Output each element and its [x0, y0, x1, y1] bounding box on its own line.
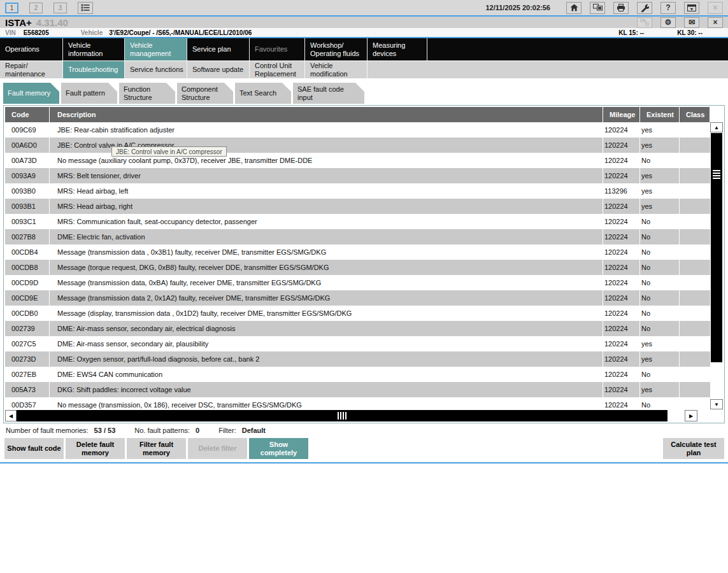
app-title: ISTA+	[5, 17, 32, 28]
table-row[interactable]: 0093B1 MRS: Head airbag, right 120224 ye…	[5, 199, 710, 214]
column-header-class[interactable]: Class	[680, 107, 710, 122]
scroll-down-button[interactable]: ▼	[710, 399, 723, 409]
primary-nav-item[interactable]: Service plan	[187, 38, 250, 60]
table-row[interactable]: 00CDB4 Message (transmission data , 0x3B…	[5, 244, 710, 260]
secondary-nav-item[interactable]: Troubleshooting	[63, 61, 125, 78]
fault-existent-cell: yes	[640, 351, 680, 367]
secondary-nav-label: Repair/ maintenance	[5, 62, 45, 78]
messages-button[interactable]: ✉	[684, 17, 699, 28]
table-row[interactable]: 005A73 DKG: Shift paddles: incorrect vol…	[5, 382, 710, 397]
action-button[interactable]: Delete fault memory	[66, 438, 125, 459]
calculate-test-plan-button[interactable]: Calculate test plan	[663, 438, 724, 459]
status-value: 0	[196, 427, 199, 434]
table-row[interactable]: 00CDB8 Message (torque request, DKG, 0xB…	[5, 260, 710, 275]
table-row[interactable]: 00CD9E Message (transmission data 2, 0x1…	[5, 290, 710, 306]
table-row[interactable]: 0027EB DME: EWS4 CAN communication 12022…	[5, 367, 710, 382]
fault-class-cell	[680, 122, 710, 138]
fault-tab[interactable]: SAE fault code input	[293, 83, 364, 104]
horizontal-scrollbar-track[interactable]	[667, 410, 685, 421]
help-button[interactable]: ?	[660, 2, 676, 14]
home-button[interactable]	[566, 2, 582, 14]
primary-nav-item[interactable]: Measuring devices	[368, 38, 427, 60]
app-version: 4.31.40	[36, 17, 68, 28]
vin-label: VIN	[5, 29, 16, 36]
secondary-nav-item[interactable]: Software update	[187, 61, 250, 78]
table-row[interactable]: 0093A9 MRS: Belt tensioner, driver 12022…	[5, 168, 710, 183]
arrow-right-icon: ▶	[689, 413, 693, 419]
primary-nav-item[interactable]: Vehicle information	[63, 38, 125, 60]
primary-nav-item[interactable]: Operations	[0, 38, 63, 60]
table-row[interactable]: 00CD9D Message (transmission data, 0xBA)…	[5, 275, 710, 290]
settings-button[interactable]: ⚙	[660, 17, 676, 28]
fault-mileage-cell: 120224	[603, 153, 640, 168]
status-item: No. fault patterns: 0	[134, 427, 199, 434]
fault-code-cell: 00A73D	[5, 153, 50, 168]
secondary-nav-label: Software update	[192, 66, 243, 74]
minimize-window-button[interactable]	[684, 2, 699, 14]
fault-tab[interactable]: Fault memory	[3, 83, 59, 104]
fault-mileage-cell: 120224	[603, 306, 640, 321]
scroll-right-button[interactable]: ▶	[685, 410, 697, 421]
scroll-up-button[interactable]: ▲	[710, 122, 723, 132]
secondary-nav-item[interactable]: Control Unit Replacement	[250, 61, 305, 78]
fault-class-cell	[680, 229, 710, 244]
table-row[interactable]: 0093C1 MRS: Communication fault, seat-oc…	[5, 214, 710, 229]
secondary-nav: Repair/ maintenance Troubleshooting Serv…	[0, 61, 728, 78]
connection-icon	[640, 18, 649, 26]
primary-nav-item[interactable]: Vehicle management	[125, 38, 187, 60]
action-button[interactable]: Filter fault memory	[127, 438, 186, 459]
secondary-nav-item[interactable]: Vehicle modification	[305, 61, 368, 78]
column-header-mileage[interactable]: Mileage	[603, 107, 640, 122]
fault-tab[interactable]: Fault pattern	[61, 83, 117, 104]
connection-manager-button[interactable]	[590, 2, 605, 14]
table-row[interactable]: 0027C5 DME: Air-mass sensor, secondary a…	[5, 336, 710, 351]
status-bar: Number of fault memories: 53 / 53 No. fa…	[6, 426, 728, 435]
vertical-scrollbar: ▲ ▼	[710, 122, 723, 409]
workflow-tab-label: 1	[10, 4, 14, 11]
table-row[interactable]: 00CDB0 Message (display, transmission da…	[5, 306, 710, 321]
fault-existent-cell: No	[640, 244, 680, 260]
bottom-divider-line	[0, 462, 728, 463]
fault-description-cell: MRS: Head airbag, left	[50, 183, 603, 199]
workflow-tab-button[interactable]: 3	[54, 3, 67, 13]
fault-tab[interactable]: Text Search	[235, 83, 291, 104]
column-header-existent[interactable]: Existent	[640, 107, 680, 122]
fault-tab-label: Component Structure	[182, 85, 218, 102]
table-row[interactable]: 009C69 JBE: Rear-cabin stratification ad…	[5, 122, 710, 138]
fault-class-cell	[680, 397, 710, 409]
workflow-tab-button[interactable]: 2	[29, 3, 43, 13]
table-row[interactable]: 00D357 No message (transmission, 0x 186)…	[5, 397, 710, 409]
primary-nav-item[interactable]: Workshop/ Operating fluids	[305, 38, 368, 60]
fault-class-cell	[680, 321, 710, 336]
table-row[interactable]: 002739 DME: Air-mass sensor, secondary a…	[5, 321, 710, 336]
column-header-description[interactable]: Description	[50, 107, 603, 122]
devices-icon	[593, 4, 603, 11]
column-header-code[interactable]: Code	[5, 107, 50, 122]
table-row[interactable]: 00273D DME: Oxygen sensor, part/full-loa…	[5, 351, 710, 367]
horizontal-scrollbar-thumb[interactable]	[17, 410, 667, 421]
workflow-tab-button[interactable]: 1	[5, 3, 18, 13]
kl30-status: KL 30: --	[677, 29, 703, 36]
table-row[interactable]: 0093B0 MRS: Head airbag, left 113296 yes	[5, 183, 710, 199]
secondary-nav-label: Service functions	[130, 66, 183, 74]
session-list-button[interactable]	[78, 2, 93, 14]
status-item: Filter: Default	[218, 427, 266, 434]
fault-tab[interactable]: Function Structure	[119, 83, 175, 104]
scroll-left-button[interactable]: ◀	[5, 410, 17, 421]
vertical-scrollbar-thumb[interactable]	[711, 133, 722, 362]
action-button[interactable]: Show fault code	[4, 438, 64, 459]
vertical-scrollbar-track[interactable]	[710, 362, 723, 399]
print-button[interactable]	[613, 2, 629, 14]
fault-tab-label: SAE fault code input	[297, 85, 344, 102]
fault-tab[interactable]: Component Structure	[177, 83, 233, 104]
top-toolbar: 1 2 3 12/11/2025 20:02:56	[0, 0, 728, 15]
primary-nav-label: Measuring devices	[373, 41, 427, 58]
tools-button[interactable]	[637, 2, 652, 14]
action-button[interactable]: Show completely	[249, 438, 308, 459]
close-session-button[interactable]: ×	[708, 17, 723, 28]
secondary-nav-item[interactable]: Service functions	[125, 61, 187, 78]
vehicle-value: 3'/E92/Coupe/ - /S65,-/MANUAL/ECE/LL/201…	[109, 29, 252, 36]
table-row[interactable]: 0027B8 DME: Electric fan, activation 120…	[5, 229, 710, 244]
primary-nav-label: Workshop/ Operating fluids	[310, 41, 359, 58]
secondary-nav-item[interactable]: Repair/ maintenance	[0, 61, 63, 78]
